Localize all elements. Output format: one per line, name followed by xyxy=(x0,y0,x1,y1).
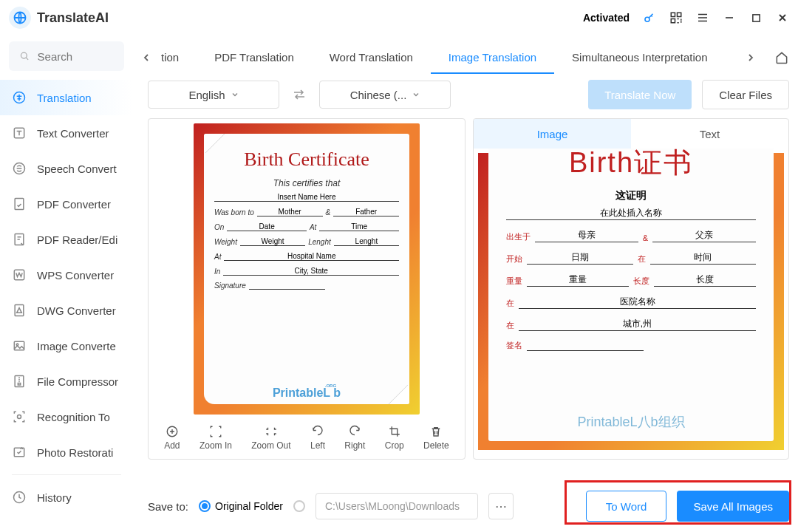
app-name: TranslateAI xyxy=(37,10,109,26)
svg-rect-2 xyxy=(671,13,675,16)
save-to-label: Save to: xyxy=(148,500,188,513)
translated-image[interactable]: Birth证书 这证明 在此处插入名称 出生于母亲&父亲 开始日期在时间 重量重… xyxy=(478,153,784,450)
browse-button[interactable]: ⋯ xyxy=(488,493,514,519)
crop-icon xyxy=(387,424,402,439)
result-tab-text[interactable]: Text xyxy=(631,119,788,149)
zoom-in-icon xyxy=(208,424,223,439)
svg-rect-12 xyxy=(14,270,24,279)
language-row: English Chinese (... Translate Now Clear… xyxy=(148,80,789,109)
rotate-right-button[interactable]: Right xyxy=(344,424,365,451)
sidebar-label: History xyxy=(37,491,72,504)
result-preview: Birth证书 这证明 在此处插入名称 出生于母亲&父亲 开始日期在时间 重量重… xyxy=(474,149,788,459)
dwg-icon xyxy=(12,303,27,318)
add-icon xyxy=(165,424,180,439)
result-tab-image[interactable]: Image xyxy=(474,119,631,149)
svg-rect-4 xyxy=(671,19,675,23)
wps-icon xyxy=(12,267,27,282)
rotate-left-button[interactable]: Left xyxy=(310,424,325,451)
sidebar-label: PDF Reader/Edi xyxy=(37,233,117,246)
svg-point-17 xyxy=(18,415,21,419)
svg-rect-13 xyxy=(15,305,24,316)
text-converter-icon xyxy=(12,126,27,140)
rotate-right-icon xyxy=(347,424,362,439)
to-word-button[interactable]: To Word xyxy=(586,491,667,522)
cert-title: Birth Certificate xyxy=(244,149,369,171)
sidebar: Translation Text Converter Speech Conver… xyxy=(0,75,133,532)
rotate-left-icon xyxy=(310,424,325,439)
svg-point-1 xyxy=(645,17,649,21)
sidebar-item-history[interactable]: History xyxy=(0,480,133,515)
radio-custom-path[interactable] xyxy=(293,500,305,512)
svg-rect-10 xyxy=(15,199,24,210)
tab-scroll-left[interactable] xyxy=(136,47,157,68)
sidebar-item-translation[interactable]: Translation xyxy=(0,80,133,115)
clear-files-button[interactable]: Clear Files xyxy=(702,80,789,109)
save-all-images-button[interactable]: Save All Images xyxy=(677,491,789,522)
sidebar-item-pdf-converter[interactable]: PDF Converter xyxy=(0,186,133,222)
add-button[interactable]: Add xyxy=(164,424,180,451)
svg-rect-14 xyxy=(14,341,24,350)
sidebar-label: Recognition To xyxy=(37,411,110,423)
tab-word-translation[interactable]: Word Translation xyxy=(312,41,431,74)
pdf-reader-icon xyxy=(12,232,27,247)
tab-image-translation[interactable]: Image Translation xyxy=(431,41,554,74)
search-input[interactable] xyxy=(38,50,114,63)
sidebar-item-wps-converter[interactable]: WPS Converter xyxy=(0,257,133,293)
image-toolbar: Add Zoom In Zoom Out Left Right Crop Del… xyxy=(149,416,465,459)
swap-languages-button[interactable] xyxy=(290,89,309,100)
sidebar-label: Text Converter xyxy=(37,127,109,140)
zoom-in-button[interactable]: Zoom In xyxy=(200,424,232,451)
zoom-out-icon xyxy=(264,424,279,439)
key-icon[interactable] xyxy=(643,11,656,24)
compressor-icon xyxy=(12,374,27,389)
svg-point-6 xyxy=(21,52,27,58)
radio-icon xyxy=(199,500,211,512)
result-panel: Image Text Birth证书 这证明 在此处插入名称 出生于母亲&父亲 … xyxy=(473,118,789,460)
sidebar-item-text-converter[interactable]: Text Converter xyxy=(0,115,133,151)
sidebar-item-file-compressor[interactable]: File Compressor xyxy=(0,364,133,399)
sidebar-label: WPS Converter xyxy=(37,269,114,282)
source-language-select[interactable]: English xyxy=(148,81,279,109)
translation-icon xyxy=(12,90,27,105)
sidebar-item-speech-convert[interactable]: Speech Convert xyxy=(0,151,133,186)
tab-simultaneous[interactable]: Simultaneous Interpretation xyxy=(554,41,725,74)
sidebar-label: PDF Converter xyxy=(37,198,111,211)
qr-icon[interactable] xyxy=(669,11,683,24)
maximize-button[interactable] xyxy=(749,11,763,24)
tab-scroll-right[interactable] xyxy=(740,47,761,68)
sidebar-label: Image Converte xyxy=(37,340,116,352)
svg-rect-3 xyxy=(678,13,681,16)
minimize-button[interactable] xyxy=(723,11,736,24)
home-button[interactable] xyxy=(770,46,794,69)
target-language-select[interactable]: Chinese (... xyxy=(319,81,451,109)
search-box[interactable] xyxy=(9,41,124,71)
translate-now-button[interactable]: Translate Now xyxy=(588,80,692,109)
sidebar-label: File Compressor xyxy=(37,375,118,388)
delete-button[interactable]: Delete xyxy=(423,424,449,451)
sidebar-label: Translation xyxy=(37,92,92,104)
source-image[interactable]: Birth Certificate This certifies that In… xyxy=(194,123,420,415)
sidebar-item-dwg-converter[interactable]: DWG Converter xyxy=(0,293,133,328)
license-status: Activated xyxy=(583,12,630,24)
radio-original-folder[interactable]: Original Folder xyxy=(199,500,283,512)
sidebar-label: Photo Restorati xyxy=(37,446,113,459)
logo-icon xyxy=(9,7,31,29)
zoom-out-button[interactable]: Zoom Out xyxy=(251,424,290,451)
radio-icon xyxy=(293,500,305,512)
sidebar-item-photo-restore[interactable]: Photo Restorati xyxy=(0,434,133,470)
tabs-row: tion PDF Translation Word Translation Im… xyxy=(136,41,794,74)
close-button[interactable] xyxy=(776,11,789,24)
sidebar-item-pdf-reader[interactable]: PDF Reader/Edi xyxy=(0,222,133,257)
history-icon xyxy=(12,490,27,505)
crop-button[interactable]: Crop xyxy=(385,424,404,451)
sidebar-label: Speech Convert xyxy=(37,163,117,175)
sidebar-label: DWG Converter xyxy=(37,304,116,317)
chevron-down-icon xyxy=(231,91,239,98)
speech-icon xyxy=(12,161,27,176)
sidebar-item-recognition[interactable]: Recognition To xyxy=(0,399,133,434)
tab-partial[interactable]: tion xyxy=(161,41,197,74)
tab-pdf-translation[interactable]: PDF Translation xyxy=(197,41,312,74)
source-preview: Birth Certificate This certifies that In… xyxy=(149,119,465,416)
menu-icon[interactable] xyxy=(696,11,709,24)
sidebar-item-image-converter[interactable]: Image Converte xyxy=(0,328,133,364)
